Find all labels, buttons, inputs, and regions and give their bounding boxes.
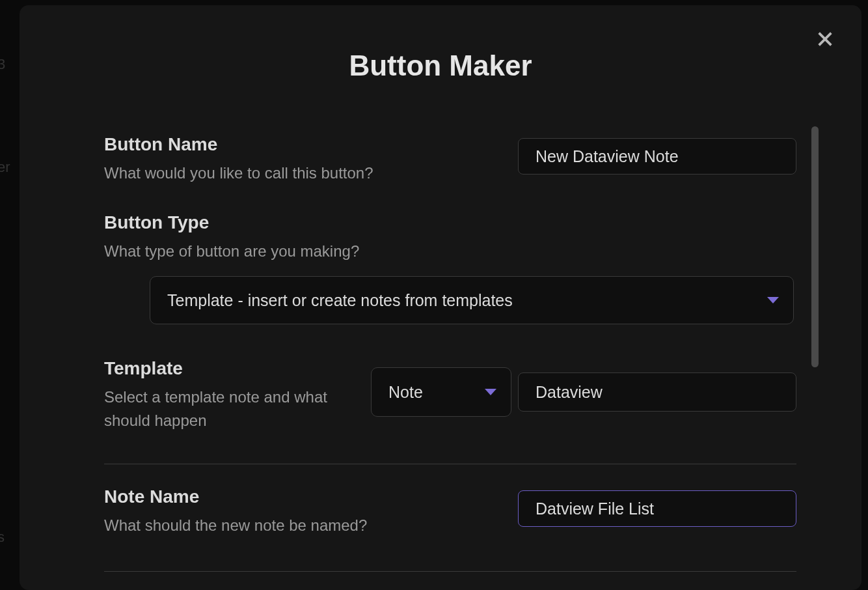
note-name-label: Note Name (104, 486, 367, 507)
button-name-desc: What would you like to call this button? (104, 162, 373, 185)
note-name-desc: What should the new note be named? (104, 514, 367, 537)
row-note-name: Note Name What should the new note be na… (104, 464, 796, 572)
note-name-input[interactable] (518, 490, 796, 527)
modal-content: Button Name What would you like to call … (104, 122, 796, 590)
close-icon (816, 30, 834, 48)
row-template: Template Select a template note and what… (104, 346, 796, 464)
button-maker-modal: Button Maker Button Name What would you … (20, 5, 861, 590)
template-desc: Select a template note and what should h… (104, 386, 345, 432)
button-type-selected: Template - insert or create notes from t… (167, 291, 513, 310)
bg-fragment: 3 (0, 56, 5, 73)
button-type-label: Button Type (104, 212, 359, 233)
template-action-select[interactable]: Note (371, 367, 511, 417)
button-name-label: Button Name (104, 134, 373, 155)
bg-fragment: er (0, 159, 10, 176)
chevron-down-icon (767, 297, 779, 303)
template-input[interactable] (518, 372, 796, 412)
template-action-selected: Note (388, 383, 423, 402)
close-button[interactable] (812, 26, 838, 52)
bg-fragment: s (0, 529, 5, 546)
button-type-select[interactable]: Template - insert or create notes from t… (150, 276, 794, 324)
template-label: Template (104, 358, 345, 379)
row-button-name: Button Name What would you like to call … (104, 122, 796, 201)
chevron-down-icon (485, 389, 496, 395)
modal-title: Button Maker (20, 49, 861, 82)
scrollbar-thumb[interactable] (811, 126, 819, 367)
row-button-type: Button Type What type of button are you … (104, 201, 796, 346)
button-name-input[interactable] (518, 138, 796, 175)
button-type-desc: What type of button are you making? (104, 240, 359, 263)
